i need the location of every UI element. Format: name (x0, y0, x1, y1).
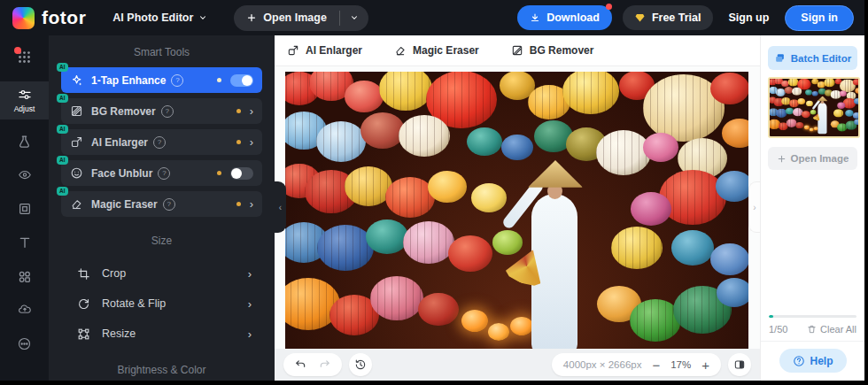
lantern (792, 88, 802, 96)
rail-item-frames[interactable] (0, 202, 49, 216)
tool-row-1-tap-enhance[interactable]: AI 1-Tap Enhance ? (61, 67, 262, 93)
ai-badge: AI (57, 156, 68, 165)
credit-dot (217, 171, 221, 175)
help-circle-icon[interactable]: ? (163, 198, 175, 211)
eraser-icon (70, 197, 83, 211)
cloud-icon (17, 303, 33, 316)
collapse-left-panel-handle[interactable]: ‹ (275, 181, 286, 233)
tool-label: BG Remover (91, 105, 156, 118)
quick-tool-label: BG Remover (530, 44, 594, 57)
menu-row-resize[interactable]: Resize › (66, 321, 266, 346)
compare-split-icon (733, 358, 746, 371)
lantern (418, 293, 459, 327)
open-image-button[interactable]: Open Image (234, 12, 339, 24)
tool-row-bg-remover[interactable]: AI BG Remover ? › (61, 98, 262, 124)
collapse-right-panel-handle[interactable]: › (748, 181, 760, 233)
bg-remover-icon (70, 104, 83, 118)
lantern (461, 310, 488, 332)
download-button[interactable]: Download (517, 5, 612, 30)
rail-item-text[interactable] (0, 235, 49, 250)
lantern (812, 91, 818, 96)
ai-badge: AI (57, 125, 68, 134)
menu-row-crop[interactable]: Crop › (66, 261, 266, 286)
tool-row-face-unblur[interactable]: AI Face Unblur ? (61, 160, 262, 186)
side-panel: Smart Tools AI 1-Tap Enhance ? AI BG Rem… (49, 35, 275, 381)
lantern (837, 103, 845, 109)
image-thumbnail[interactable] (768, 77, 860, 138)
more-icon (17, 336, 32, 351)
quick-tool-label: Magic Eraser (413, 44, 479, 57)
tool-label: AI Enlarger (91, 136, 148, 149)
rail-item-effects[interactable] (0, 168, 49, 181)
clear-all-button[interactable]: Clear All (807, 324, 856, 335)
lantern (316, 121, 366, 162)
lantern (802, 111, 810, 118)
sign-up-link[interactable]: Sign up (729, 12, 770, 24)
zoom-out-button[interactable]: − (652, 358, 660, 372)
enhance-toggle[interactable] (230, 74, 253, 87)
face-unblur-toggle[interactable] (230, 167, 253, 180)
rotate-icon (77, 297, 90, 311)
quick-tool-ai-enlarger[interactable]: AI Enlarger (287, 44, 362, 57)
panel-open-image-button[interactable]: Open Image (768, 147, 857, 170)
redo-button[interactable] (319, 358, 331, 371)
chevron-right-icon: › (250, 198, 253, 210)
lantern (370, 276, 423, 320)
lantern (345, 81, 384, 112)
lantern (797, 98, 805, 104)
batch-editor-button[interactable]: Batch Editor (768, 46, 857, 70)
usage-block: 1/50 Clear All (769, 315, 856, 335)
batch-editor-label: Batch Editor (791, 53, 851, 64)
chevron-down-icon (198, 13, 207, 22)
lantern (403, 221, 454, 264)
ai-badge: AI (57, 187, 68, 196)
lantern (659, 170, 726, 225)
lantern (643, 133, 678, 162)
tool-label: 1-Tap Enhance (91, 74, 166, 87)
history-clock-icon (354, 358, 367, 371)
quick-tool-bg-remover[interactable]: BG Remover (511, 44, 594, 57)
help-circle-icon[interactable]: ? (171, 74, 183, 87)
history-button[interactable] (349, 353, 372, 376)
quick-tool-magic-eraser[interactable]: Magic Eraser (394, 44, 479, 57)
open-image-dropdown-button[interactable] (340, 13, 368, 22)
fotor-logo-icon[interactable] (12, 7, 35, 29)
section-title-brightness-color: Brightness & Color (49, 351, 275, 381)
sign-in-button[interactable]: Sign in (785, 5, 854, 31)
lantern (467, 127, 502, 157)
rail-item-elements[interactable] (0, 269, 49, 284)
rail-item-apps[interactable] (0, 50, 49, 65)
rail-item-more[interactable] (0, 336, 49, 351)
rail-item-adjust[interactable]: Adjust (0, 81, 49, 119)
rail-item-cloud[interactable] (0, 303, 49, 316)
help-circle-icon[interactable]: ? (158, 167, 170, 180)
free-trial-button[interactable]: Free Trial (623, 5, 713, 30)
lantern (853, 79, 860, 85)
editor-image[interactable] (285, 72, 748, 351)
fotor-app-window: fotor AI Photo Editor Open Image Downloa… (0, 0, 864, 381)
lantern (366, 219, 408, 254)
tool-row-magic-eraser[interactable]: AI Magic Eraser ? › (61, 191, 262, 217)
help-button[interactable]: Help (779, 349, 846, 373)
lantern (854, 119, 860, 125)
menu-row-rotate-flip[interactable]: Rotate & Flip › (66, 291, 266, 316)
image-dimensions: 4000px × 2666px (563, 359, 642, 370)
section-title-size: Size (49, 222, 275, 256)
compare-button[interactable] (728, 353, 751, 376)
chevron-right-icon: › (248, 328, 252, 340)
undo-button[interactable] (294, 358, 306, 371)
lantern (840, 90, 847, 96)
tool-row-ai-enlarger[interactable]: AI AI Enlarger ? › (61, 129, 262, 155)
notification-dot (606, 4, 612, 10)
rail-item-ai-lab[interactable] (0, 135, 49, 150)
lantern (717, 278, 748, 307)
lantern (710, 73, 748, 104)
menu-row-label: Rotate & Flip (102, 297, 166, 310)
lantern (611, 227, 663, 269)
zoom-in-button[interactable]: + (701, 358, 709, 372)
help-circle-icon[interactable]: ? (161, 105, 174, 118)
help-circle-icon[interactable]: ? (153, 136, 166, 149)
fotor-logo-text[interactable]: fotor (42, 7, 86, 28)
product-menu[interactable]: AI Photo Editor (112, 12, 207, 24)
lantern (671, 230, 714, 265)
